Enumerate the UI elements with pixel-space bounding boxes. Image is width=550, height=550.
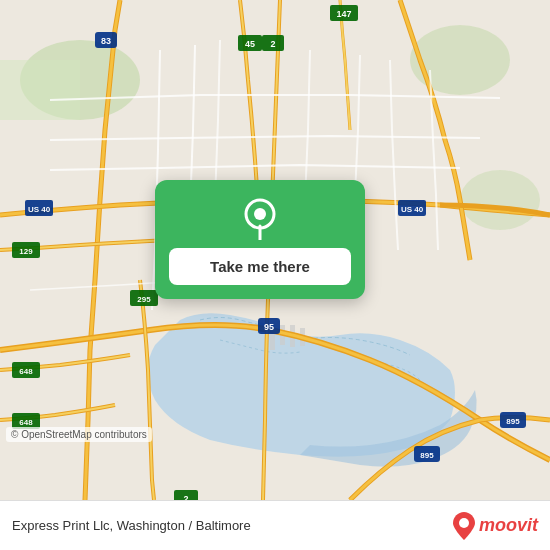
svg-point-39 (254, 208, 266, 220)
svg-text:895: 895 (506, 417, 520, 426)
svg-text:295: 295 (137, 295, 151, 304)
attribution-text: © OpenStreetMap contributors (11, 429, 147, 440)
map-attribution: © OpenStreetMap contributors (6, 427, 152, 442)
moovit-pin-icon (453, 512, 475, 540)
location-pin-icon (238, 196, 282, 240)
moovit-wordmark: moovit (479, 515, 538, 536)
moovit-logo: moovit (453, 512, 538, 540)
svg-point-4 (460, 170, 540, 230)
map-container[interactable]: 83 147 45 US 40 US 40 2 129 295 95 895 8… (0, 0, 550, 500)
svg-text:83: 83 (101, 36, 111, 46)
popup-card: Take me there (155, 180, 365, 299)
svg-text:648: 648 (19, 418, 33, 427)
svg-point-2 (410, 25, 510, 95)
svg-text:648: 648 (19, 367, 33, 376)
svg-text:2: 2 (270, 39, 275, 49)
svg-text:895: 895 (420, 451, 434, 460)
svg-text:95: 95 (264, 322, 274, 332)
svg-text:US 40: US 40 (28, 205, 51, 214)
svg-text:US 40: US 40 (401, 205, 424, 214)
svg-point-40 (459, 518, 469, 528)
take-me-there-button[interactable]: Take me there (169, 248, 351, 285)
svg-rect-3 (0, 60, 80, 120)
svg-text:147: 147 (336, 9, 351, 19)
svg-text:129: 129 (19, 247, 33, 256)
svg-text:45: 45 (245, 39, 255, 49)
footer-bar: Express Print Llc, Washington / Baltimor… (0, 500, 550, 550)
location-label: Express Print Llc, Washington / Baltimor… (12, 518, 251, 533)
